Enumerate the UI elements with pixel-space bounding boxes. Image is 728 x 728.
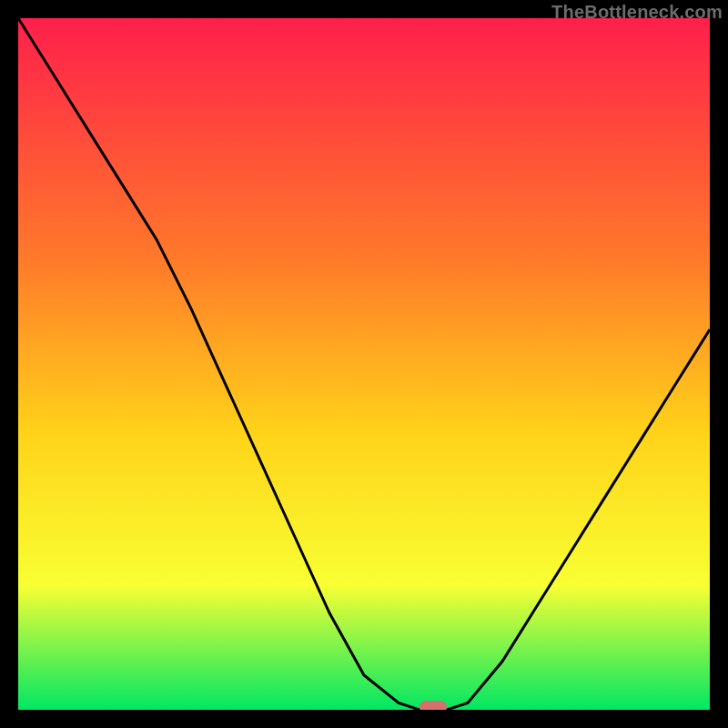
chart-container: TheBottleneck.com: [0, 0, 728, 728]
optimal-marker: [420, 701, 447, 710]
bottleneck-chart: [18, 18, 710, 710]
gradient-background: [18, 18, 710, 710]
